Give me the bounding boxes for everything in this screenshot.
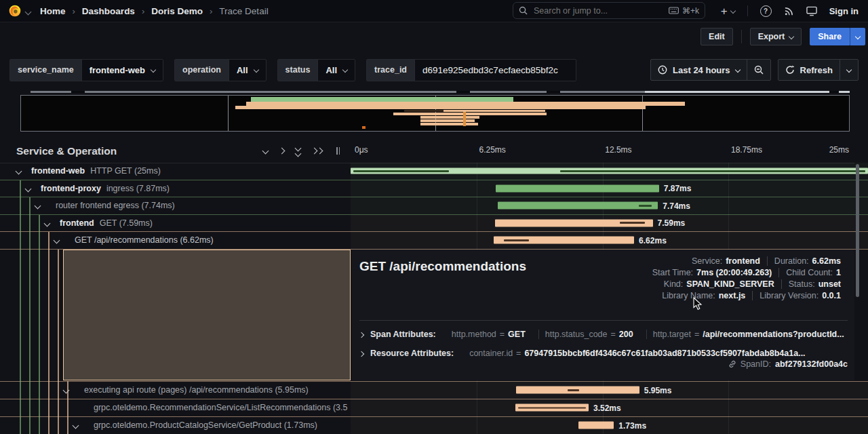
chevron-down-icon[interactable]: [64, 385, 73, 395]
span-row-frontend-get[interactable]: frontend GET (7.59ms) 7.59ms: [0, 215, 868, 233]
filter-service-name: service_name frontend-web: [9, 59, 163, 81]
chevron-down-icon: [734, 67, 740, 73]
collapse-one-icon[interactable]: [262, 148, 269, 155]
minimap-span-bar: [420, 119, 475, 122]
refresh-interval-dropdown[interactable]: [840, 60, 858, 80]
news-icon[interactable]: [784, 6, 794, 16]
breadcrumb-dashboards[interactable]: Dashboards: [82, 6, 135, 16]
minimap-canvas[interactable]: [20, 95, 850, 132]
chevron-down-icon: [789, 34, 794, 39]
collapse-all-icon[interactable]: [296, 146, 300, 156]
zoom-out-button[interactable]: [747, 60, 770, 80]
minimap-span-bar: [251, 97, 513, 102]
sign-in-button[interactable]: Sign in: [829, 6, 859, 16]
minimap-top-strip: [31, 91, 850, 93]
filter-label: status: [278, 60, 318, 81]
vertical-scrollbar[interactable]: [856, 164, 859, 297]
filter-label: service_name: [10, 60, 81, 81]
span-row-get-product[interactable]: grpc.oteldemo.ProductCatalogService/GetP…: [0, 417, 868, 434]
span-row-frontend-web[interactable]: frontend-web HTTP GET (25ms): [0, 163, 868, 180]
dashboard-toolbar: Edit Export Share: [701, 27, 868, 46]
minimap-gridline: [642, 96, 643, 131]
span-id-row[interactable]: SpanID: abf279132fd00a4c: [728, 359, 848, 369]
toolbar-divider: [741, 30, 742, 43]
chevron-down-icon[interactable]: [45, 218, 54, 228]
span-detail-panel: GET /api/recommendations Service:fronten…: [351, 250, 854, 380]
axis-tick: 12.5ms: [605, 145, 631, 155]
chevron-right-icon: [359, 330, 363, 339]
span-row-executing-api-route[interactable]: executing api route (pages) /api/recomme…: [0, 382, 868, 399]
span-detail-row: GET /api/recommendations Service:fronten…: [0, 250, 868, 382]
resource-attributes-row[interactable]: Resource Attributes: container.id=679479…: [359, 349, 848, 358]
detail-divider: [359, 320, 848, 321]
top-nav: Home › Dashboards › Doris Demo › Trace D…: [0, 0, 868, 22]
zoom-out-icon: [754, 65, 764, 75]
share-button[interactable]: Share: [810, 28, 850, 45]
service-operation-header: Service & Operation: [16, 145, 117, 157]
add-button[interactable]: +: [721, 5, 735, 17]
timeline-axis: 0μs 6.25ms 12.5ms 18.75ms 25ms: [351, 139, 854, 163]
chevron-down-icon: [342, 67, 348, 73]
chevron-down-icon[interactable]: [16, 166, 26, 176]
axis-tick: 0μs: [355, 145, 368, 155]
link-icon: [728, 360, 736, 368]
span-bar[interactable]: 5.95ms: [516, 387, 639, 394]
span-bar[interactable]: 3.52ms: [515, 404, 589, 412]
refresh-button[interactable]: Refresh: [778, 60, 840, 80]
span-bar[interactable]: 7.59ms: [495, 219, 653, 226]
operation-select[interactable]: All: [229, 60, 266, 81]
span-row-router-egress[interactable]: router frontend egress (7.74ms) 7.74ms: [0, 197, 868, 215]
search-input[interactable]: [532, 5, 669, 16]
grafana-logo-icon[interactable]: [8, 4, 22, 18]
breadcrumb-home[interactable]: Home: [40, 6, 66, 16]
span-attributes-row[interactable]: Span Attributes: http.method=GET http.st…: [359, 330, 848, 339]
export-button[interactable]: Export: [750, 28, 802, 45]
column-resize-handle[interactable]: [336, 147, 340, 155]
span-bar[interactable]: 7.74ms: [498, 202, 658, 210]
span-bar[interactable]: 1.73ms: [578, 422, 614, 429]
display-icon[interactable]: [806, 6, 817, 16]
filter-status: status All: [277, 59, 355, 81]
span-row-get-api-recommendations[interactable]: GET /api/recommendations (6.62ms) 6.62ms: [0, 232, 868, 250]
filter-bar: service_name frontend-web operation All …: [9, 59, 859, 81]
filter-label: operation: [175, 60, 229, 81]
expand-all-icon[interactable]: [312, 149, 322, 153]
chevron-down-icon[interactable]: [73, 420, 83, 430]
status-select[interactable]: All: [317, 60, 355, 81]
span-bar[interactable]: 7.87ms: [496, 184, 658, 192]
span-bar[interactable]: [351, 168, 868, 174]
trace-timeline-minimap[interactable]: [0, 85, 868, 136]
share-dropdown-button[interactable]: [850, 28, 865, 45]
span-row-frontend-proxy[interactable]: frontend-proxy ingress (7.87ms) 7.87ms: [0, 180, 868, 198]
chevron-down-icon[interactable]: [54, 235, 64, 245]
span-row-list-recommendations[interactable]: grpc.oteldemo.RecommendationService/List…: [0, 399, 868, 417]
breadcrumb-separator: ›: [73, 6, 75, 16]
filter-label: trace_id: [367, 60, 414, 81]
minimap-span-bar: [404, 110, 443, 112]
trace-id-input[interactable]: d691e925edbd3c7ecfaecb85bf2c: [414, 60, 576, 81]
help-icon[interactable]: ?: [760, 5, 772, 17]
filter-operation: operation All: [174, 59, 267, 81]
org-switcher-chevron-icon[interactable]: [26, 5, 31, 17]
breadcrumb-separator: ›: [142, 6, 144, 16]
grafana-trace-detail-app: Home › Dashboards › Doris Demo › Trace D…: [0, 0, 868, 434]
axis-tick: 18.75ms: [731, 145, 762, 155]
chevron-down-icon[interactable]: [26, 184, 35, 193]
edit-button[interactable]: Edit: [701, 28, 733, 45]
time-range-picker[interactable]: Last 24 hours: [651, 60, 747, 80]
minimap-span-bar: [393, 113, 547, 115]
expand-one-icon[interactable]: [279, 148, 285, 155]
chevron-right-icon: [359, 349, 363, 358]
service-name-select[interactable]: frontend-web: [81, 60, 163, 81]
minimap-span-bar: [463, 112, 466, 126]
chevron-down-icon[interactable]: [35, 201, 45, 210]
time-controls: Last 24 hours Refresh: [650, 59, 859, 81]
minimap-span-bar: [420, 116, 480, 119]
waterfall-header: Service & Operation 0μs 6.25ms 12.5ms 18…: [0, 139, 868, 163]
span-bar[interactable]: 6.62ms: [494, 237, 634, 244]
breadcrumb-doris-demo[interactable]: Doris Demo: [151, 6, 203, 16]
breadcrumb-trace-detail: Trace Detail: [219, 6, 268, 16]
search-bar[interactable]: ⌘+k: [513, 2, 705, 19]
minimap-span-bar: [235, 106, 645, 109]
span-duration-label: 7.74ms: [663, 201, 690, 210]
